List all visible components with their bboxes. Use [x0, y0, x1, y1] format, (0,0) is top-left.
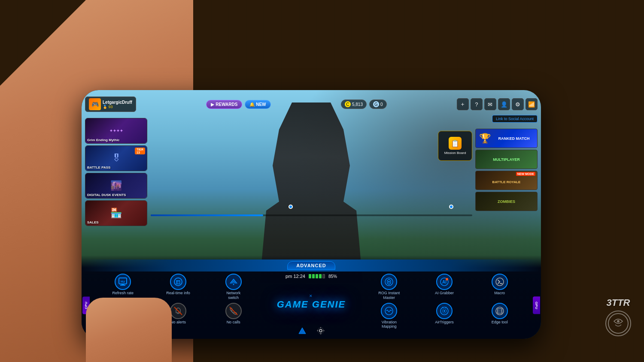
event-label: DIGITAL DUSK EVENTS — [87, 193, 126, 197]
no-alerts-label: No alerts — [170, 320, 186, 325]
control-macro[interactable]: Macro — [485, 274, 515, 300]
no-calls-label: No calls — [227, 320, 240, 325]
grim-label: Grim Ending Mythic — [87, 138, 120, 142]
svg-point-29 — [444, 310, 445, 312]
hud-center: ▶ REWARDS 🔔 NEW — [206, 100, 270, 109]
right-control-row-1: ROG InstantMaster AI ! AI Grabber — [363, 274, 526, 300]
genie-right-controls: ROG InstantMaster AI ! AI Grabber — [358, 272, 541, 339]
network-switch-label: Networkswitch — [226, 291, 240, 300]
add-button[interactable]: ＋ — [457, 98, 469, 110]
map-progress-bar — [151, 214, 472, 216]
cod-points-icon: C — [345, 101, 351, 107]
right-menu-multiplayer[interactable]: MULTIPLAYER — [475, 150, 538, 169]
control-airtriggers[interactable]: AirTriggers — [429, 303, 459, 329]
svg-point-19 — [388, 281, 390, 283]
cp-icon: G — [373, 101, 379, 107]
rog-instant-master-label: ROG InstantMaster — [378, 291, 400, 300]
control-no-calls[interactable]: No calls — [219, 303, 249, 329]
control-refresh-rate[interactable]: Hz Refresh rate — [108, 274, 138, 300]
left-menu-item-battle-pass[interactable]: 🎖 BATTLE PASS TIER13 — [85, 145, 147, 171]
settings-button[interactable]: ⚙ — [512, 98, 524, 110]
currency-cp: G 0 — [369, 100, 387, 109]
right-side-menu: 🏆 RANKED MATCH MULTIPLAYER NEW MODE BATT… — [475, 129, 538, 211]
macro-label: Macro — [494, 291, 505, 296]
left-menu-item-grim[interactable]: ✦✦✦✦ Grim Ending Mythic — [85, 118, 147, 144]
mission-board[interactable]: 📋 Mission Board — [438, 131, 472, 161]
multiplayer-label: MULTIPLAYER — [493, 157, 520, 162]
svg-point-17 — [318, 328, 324, 334]
genie-logo: GAME GENIE — [277, 299, 346, 310]
watermark-text: 3TTR — [607, 297, 630, 308]
map-dot-2 — [449, 205, 453, 209]
advanced-tab[interactable]: ADVANCED — [287, 261, 335, 270]
wifi-button[interactable]: 📶 — [526, 98, 538, 110]
tier-badge: TIER13 — [135, 148, 145, 154]
genie-bottom-icons — [296, 325, 327, 337]
gpu-label: GPU — [535, 302, 538, 309]
genie-logo-area: ✕ GAME GENIE — [277, 294, 346, 310]
edge-tool-icon — [492, 303, 508, 319]
new-button[interactable]: 🔔 NEW — [245, 100, 270, 109]
control-network-switch[interactable]: Networkswitch — [219, 274, 249, 300]
social-link-button[interactable]: Link to Social Account — [492, 115, 538, 123]
right-control-row-2: VibrationMapping AirTriggers — [363, 303, 526, 329]
genie-settings-icon[interactable] — [315, 325, 327, 337]
control-ai-grabber[interactable]: AI ! AI Grabber — [429, 274, 459, 300]
svg-point-16 — [319, 329, 322, 332]
ai-grabber-icon: AI ! — [436, 274, 453, 290]
genie-nav-icon[interactable] — [296, 325, 308, 337]
svg-text:Hz: Hz — [121, 280, 125, 284]
left-control-row-1: Hz Refresh rate — [97, 274, 260, 300]
mission-board-label: Mission Board — [444, 151, 466, 155]
svg-text:AI: AI — [442, 280, 447, 284]
friends-button[interactable]: 👤 — [498, 98, 510, 110]
control-realtime-info[interactable]: Real-time info — [163, 274, 193, 300]
refresh-rate-icon: Hz — [115, 274, 131, 290]
svg-point-8 — [233, 284, 234, 285]
rog-instant-master-icon — [381, 274, 397, 290]
zombies-label: ZOMBIES — [498, 199, 515, 204]
svg-rect-5 — [176, 281, 180, 284]
macro-icon — [492, 274, 508, 290]
battery-percent: 85% — [328, 274, 337, 279]
left-side-menu: ✦✦✦✦ Grim Ending Mythic 🎖 BATTLE PASS TI… — [85, 118, 147, 226]
player-level-text: 🏅 93 — [103, 105, 132, 109]
battle-pass-label: BATTLE PASS — [87, 166, 110, 169]
vibration-mapping-icon — [381, 303, 397, 319]
mission-icon: 📋 — [449, 137, 462, 150]
player-card[interactable]: 🎮 LetgargicDruff 🏅 93 — [85, 97, 136, 112]
info-button[interactable]: ? — [471, 98, 483, 110]
new-mode-badge: NEW MODE — [516, 172, 535, 176]
ai-grabber-label: AI Grabber — [435, 291, 454, 296]
control-vibration-mapping[interactable]: VibrationMapping — [374, 303, 404, 329]
svg-marker-15 — [299, 328, 306, 334]
control-rog-instant-master[interactable]: ROG InstantMaster — [374, 274, 404, 300]
refresh-rate-label: Refresh rate — [112, 291, 134, 296]
svg-point-34 — [617, 320, 620, 323]
battle-royale-label: BATTLE ROYALE — [492, 177, 521, 184]
hud-currency: C 5,813 G 0 — [341, 100, 387, 109]
rewards-button[interactable]: ▶ REWARDS — [206, 100, 242, 109]
no-calls-icon — [225, 303, 242, 319]
right-menu-battle-royale[interactable]: NEW MODE BATTLE ROYALE — [475, 171, 538, 190]
mail-button[interactable]: ✉ — [484, 98, 496, 110]
time-display: pm 12:24 — [286, 274, 305, 279]
airtriggers-label: AirTriggers — [435, 320, 454, 325]
advanced-bar: ADVANCED — [82, 259, 541, 272]
right-menu-ranked[interactable]: 🏆 RANKED MATCH — [475, 129, 538, 148]
map-dot-1 — [289, 205, 293, 209]
hud-top-bar: 🎮 LetgargicDruff 🏅 93 ▶ REWARDS 🔔 NEW — [85, 94, 538, 115]
left-menu-item-sales[interactable]: 🏪 SALES — [85, 200, 147, 226]
svg-point-26 — [385, 307, 393, 315]
right-menu-zombies[interactable]: ZOMBIES — [475, 192, 538, 211]
currency-cod-points: C 5,813 — [341, 100, 367, 109]
control-edge-tool[interactable]: Edge tool — [485, 303, 515, 329]
left-menu-item-event[interactable]: 🌆 DIGITAL DUSK EVENTS — [85, 173, 147, 199]
watermark-logo — [605, 311, 631, 336]
hud-left: 🎮 LetgargicDruff 🏅 93 — [85, 97, 136, 112]
realtime-info-icon — [170, 274, 186, 290]
hud-right-icons: ＋ ? ✉ 👤 ⚙ 📶 — [457, 98, 538, 110]
sales-label: SALES — [87, 220, 99, 224]
player-name: LetgargicDruff — [103, 100, 132, 105]
time-battery-display: pm 12:24 85% — [286, 274, 337, 279]
